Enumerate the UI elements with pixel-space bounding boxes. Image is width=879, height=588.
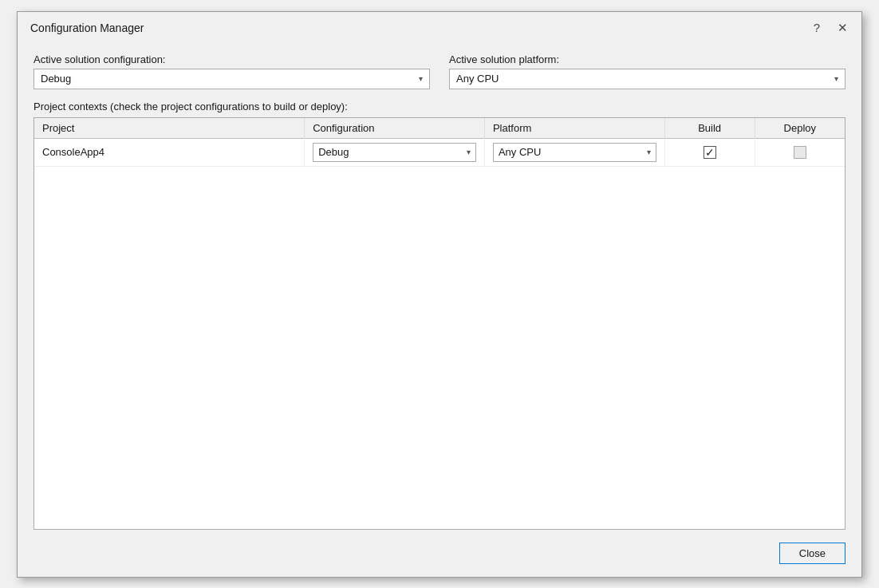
table-row: ConsoleApp4 Debug ▾ Any CPU ▾ (34, 138, 845, 166)
build-checkbox[interactable]: ✓ (704, 146, 716, 159)
col-header-platform: Platform (484, 118, 664, 139)
active-config-label: Active solution configuration: (34, 53, 430, 65)
build-checkbox-cell: ✓ (673, 146, 747, 159)
cell-platform: Any CPU ▾ (484, 138, 664, 166)
project-table-container: Project Configuration Platform Build Dep… (34, 117, 845, 530)
deploy-checkbox[interactable] (794, 146, 806, 159)
help-button[interactable]: ? (807, 18, 826, 37)
project-contexts-label: Project contexts (check the project conf… (34, 101, 845, 112)
active-config-value: Debug (41, 73, 71, 85)
active-platform-dropdown[interactable]: Any CPU ▾ (449, 69, 845, 89)
row-config-dropdown[interactable]: Debug ▾ (313, 143, 476, 162)
table-body: ConsoleApp4 Debug ▾ Any CPU ▾ (34, 138, 845, 166)
col-header-build: Build (664, 118, 755, 139)
row-config-arrow: ▾ (467, 148, 471, 156)
title-bar: Configuration Manager ? ✕ (18, 12, 861, 42)
active-platform-arrow: ▾ (834, 74, 838, 83)
deploy-checkbox-cell (763, 146, 837, 159)
row-platform-value: Any CPU (499, 146, 541, 158)
close-button[interactable]: Close (779, 543, 845, 564)
cell-project-name: ConsoleApp4 (34, 138, 305, 166)
cell-build: ✓ (664, 138, 755, 166)
top-dropdowns-row: Active solution configuration: Debug ▾ A… (34, 53, 845, 89)
project-table: Project Configuration Platform Build Dep… (34, 118, 845, 167)
title-bar-controls: ? ✕ (807, 18, 852, 37)
dialog-close-button[interactable]: ✕ (833, 18, 852, 37)
row-platform-dropdown[interactable]: Any CPU ▾ (493, 143, 656, 162)
table-header: Project Configuration Platform Build Dep… (34, 118, 845, 139)
dialog-title: Configuration Manager (30, 22, 144, 34)
active-config-group: Active solution configuration: Debug ▾ (34, 53, 430, 89)
configuration-manager-dialog: Configuration Manager ? ✕ Active solutio… (17, 11, 862, 578)
footer-row: Close (34, 541, 845, 564)
active-platform-group: Active solution platform: Any CPU ▾ (449, 53, 845, 89)
active-platform-value: Any CPU (456, 73, 499, 85)
active-platform-label: Active solution platform: (449, 53, 845, 65)
col-header-deploy: Deploy (755, 118, 845, 139)
active-config-dropdown[interactable]: Debug ▾ (34, 69, 430, 89)
row-platform-arrow: ▾ (647, 148, 651, 156)
active-config-arrow: ▾ (419, 74, 423, 83)
dialog-content: Active solution configuration: Debug ▾ A… (18, 42, 861, 577)
row-config-value: Debug (318, 146, 349, 158)
cell-configuration: Debug ▾ (305, 138, 485, 166)
col-header-configuration: Configuration (305, 118, 485, 139)
cell-deploy (755, 138, 845, 166)
col-header-project: Project (34, 118, 305, 139)
